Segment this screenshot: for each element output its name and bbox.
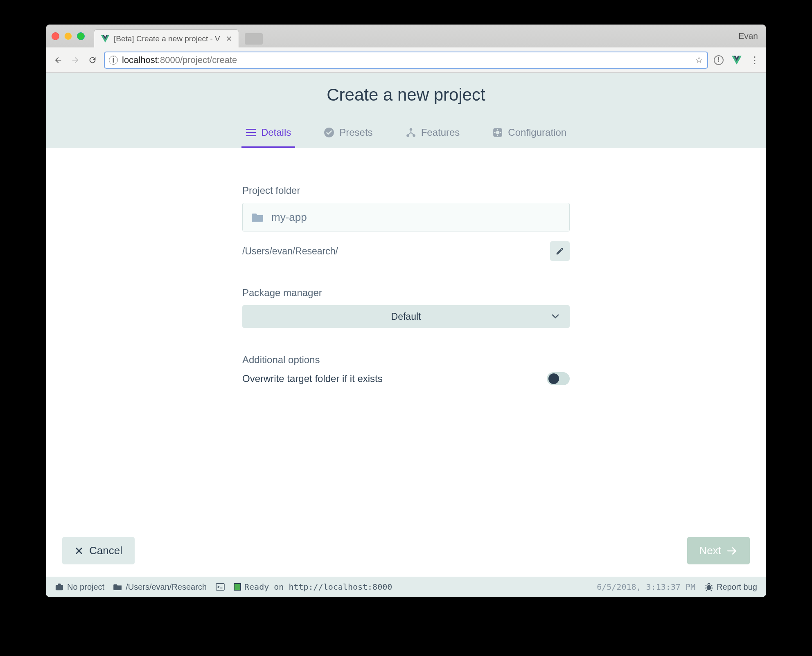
browser-tabbar: [Beta] Create a new project - V ✕ Evan bbox=[46, 25, 766, 47]
page-header: Create a new project Details Presets bbox=[46, 73, 766, 148]
site-info-icon[interactable]: i bbox=[109, 56, 118, 65]
bookmark-star-icon[interactable]: ☆ bbox=[695, 55, 703, 65]
arrow-right-icon bbox=[727, 546, 738, 555]
tab-close-button[interactable]: ✕ bbox=[226, 34, 232, 43]
svg-point-15 bbox=[707, 585, 711, 590]
forward-button[interactable] bbox=[70, 54, 81, 66]
close-icon bbox=[74, 546, 83, 555]
back-button[interactable] bbox=[52, 54, 64, 66]
svg-rect-13 bbox=[56, 585, 63, 590]
browser-menu-icon[interactable]: ⋮ bbox=[750, 54, 760, 66]
window-close-button[interactable] bbox=[52, 32, 59, 40]
toolbar-right: ! ⋮ bbox=[714, 54, 760, 66]
overwrite-option-row: Overwrite target folder if it exists bbox=[242, 372, 570, 385]
status-cwd[interactable]: /Users/evan/Research bbox=[113, 582, 207, 592]
bug-icon bbox=[704, 582, 713, 591]
vue-favicon-icon bbox=[101, 34, 110, 43]
project-folder-input[interactable] bbox=[271, 211, 560, 224]
browser-window: [Beta] Create a new project - V ✕ Evan i… bbox=[46, 25, 766, 597]
project-path: /Users/evan/Research/ bbox=[242, 246, 338, 257]
status-ready: Ready on http://localhost:8000 bbox=[234, 582, 392, 592]
svg-point-4 bbox=[409, 128, 412, 131]
site-permission-icon[interactable]: ! bbox=[714, 55, 724, 65]
step-presets[interactable]: Presets bbox=[320, 121, 377, 148]
address-bar[interactable]: i localhost:8000/project/create ☆ bbox=[104, 52, 708, 69]
new-tab-button[interactable] bbox=[245, 33, 263, 45]
svg-point-8 bbox=[496, 131, 500, 135]
window-controls bbox=[52, 32, 85, 40]
page-content: Create a new project Details Presets bbox=[46, 73, 766, 597]
browser-profile-name[interactable]: Evan bbox=[738, 31, 760, 41]
form-area: Project folder /Users/evan/Research/ bbox=[46, 148, 766, 537]
project-folder-input-wrap bbox=[242, 203, 570, 231]
status-dot-icon bbox=[234, 583, 241, 591]
package-manager-select[interactable]: Default bbox=[242, 305, 570, 328]
reload-button[interactable] bbox=[87, 54, 98, 66]
window-minimize-button[interactable] bbox=[64, 32, 72, 40]
package-manager-label: Package manager bbox=[242, 287, 570, 299]
browser-toolbar: i localhost:8000/project/create ☆ ! ⋮ bbox=[46, 47, 766, 73]
page-title: Create a new project bbox=[46, 85, 766, 105]
browser-tab[interactable]: [Beta] Create a new project - V ✕ bbox=[94, 29, 239, 47]
status-terminal[interactable] bbox=[216, 583, 225, 591]
list-icon bbox=[246, 127, 256, 138]
step-configuration[interactable]: Configuration bbox=[488, 121, 571, 148]
briefcase-icon bbox=[55, 583, 64, 591]
edit-path-button[interactable] bbox=[550, 241, 570, 261]
terminal-icon bbox=[216, 583, 225, 591]
cancel-button[interactable]: Cancel bbox=[62, 537, 135, 564]
next-button[interactable]: Next bbox=[687, 537, 750, 564]
window-maximize-button[interactable] bbox=[77, 32, 85, 40]
package-manager-value: Default bbox=[391, 311, 421, 322]
footer-actions: Cancel Next bbox=[46, 537, 766, 577]
stepper: Details Presets Features bbox=[46, 121, 766, 148]
report-bug-button[interactable]: Report bug bbox=[704, 582, 757, 592]
gear-icon bbox=[492, 127, 503, 138]
status-timestamp: 6/5/2018, 3:13:37 PM bbox=[597, 582, 695, 592]
check-circle-icon bbox=[324, 127, 334, 138]
folder-icon bbox=[252, 212, 264, 222]
step-features[interactable]: Features bbox=[401, 121, 464, 148]
toggle-knob bbox=[548, 373, 559, 384]
create-project-form: Project folder /Users/evan/Research/ bbox=[242, 185, 570, 537]
additional-options-label: Additional options bbox=[242, 354, 570, 366]
url-text: localhost:8000/project/create bbox=[122, 55, 237, 65]
folder-icon bbox=[113, 583, 122, 591]
status-project[interactable]: No project bbox=[55, 582, 104, 592]
overwrite-toggle[interactable] bbox=[547, 372, 570, 385]
tab-title: [Beta] Create a new project - V bbox=[114, 34, 220, 43]
hierarchy-icon bbox=[406, 127, 416, 138]
status-bar: No project /Users/evan/Research Ready on… bbox=[46, 577, 766, 597]
svg-rect-14 bbox=[216, 584, 224, 590]
overwrite-label: Overwrite target folder if it exists bbox=[242, 373, 383, 384]
vue-extension-icon[interactable] bbox=[732, 56, 742, 65]
project-folder-label: Project folder bbox=[242, 185, 570, 196]
pencil-icon bbox=[555, 247, 564, 256]
step-details[interactable]: Details bbox=[241, 121, 295, 148]
chevron-down-icon bbox=[552, 314, 559, 319]
